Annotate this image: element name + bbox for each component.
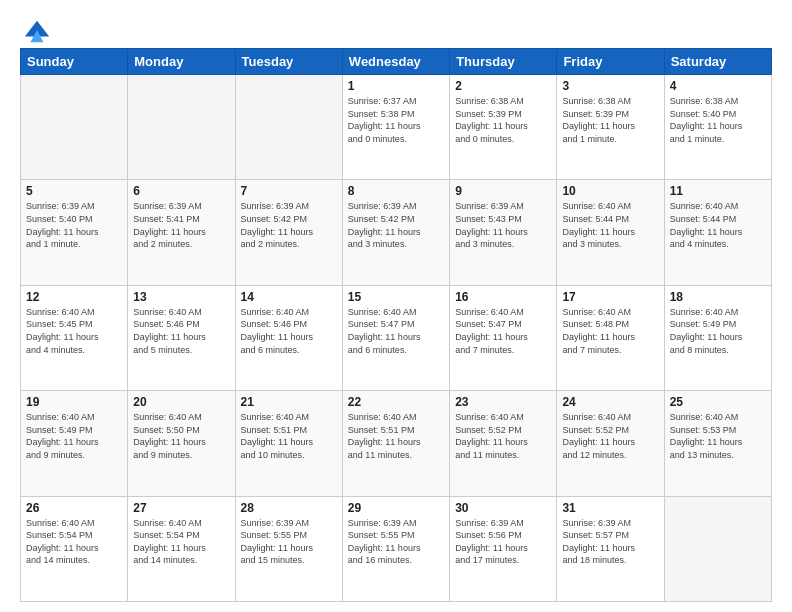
table-row: 9Sunrise: 6:39 AM Sunset: 5:43 PM Daylig… [450, 180, 557, 285]
day-info: Sunrise: 6:40 AM Sunset: 5:44 PM Dayligh… [670, 200, 766, 250]
table-row: 27Sunrise: 6:40 AM Sunset: 5:54 PM Dayli… [128, 496, 235, 601]
table-row: 16Sunrise: 6:40 AM Sunset: 5:47 PM Dayli… [450, 285, 557, 390]
table-row [664, 496, 771, 601]
day-info: Sunrise: 6:40 AM Sunset: 5:47 PM Dayligh… [455, 306, 551, 356]
day-number: 29 [348, 501, 444, 515]
day-number: 7 [241, 184, 337, 198]
day-info: Sunrise: 6:40 AM Sunset: 5:45 PM Dayligh… [26, 306, 122, 356]
day-info: Sunrise: 6:39 AM Sunset: 5:57 PM Dayligh… [562, 517, 658, 567]
table-row: 7Sunrise: 6:39 AM Sunset: 5:42 PM Daylig… [235, 180, 342, 285]
day-number: 18 [670, 290, 766, 304]
day-number: 20 [133, 395, 229, 409]
table-row: 21Sunrise: 6:40 AM Sunset: 5:51 PM Dayli… [235, 391, 342, 496]
day-info: Sunrise: 6:39 AM Sunset: 5:42 PM Dayligh… [241, 200, 337, 250]
day-number: 28 [241, 501, 337, 515]
table-row: 11Sunrise: 6:40 AM Sunset: 5:44 PM Dayli… [664, 180, 771, 285]
day-info: Sunrise: 6:40 AM Sunset: 5:47 PM Dayligh… [348, 306, 444, 356]
day-info: Sunrise: 6:40 AM Sunset: 5:51 PM Dayligh… [348, 411, 444, 461]
calendar-week-row: 19Sunrise: 6:40 AM Sunset: 5:49 PM Dayli… [21, 391, 772, 496]
table-row: 15Sunrise: 6:40 AM Sunset: 5:47 PM Dayli… [342, 285, 449, 390]
day-info: Sunrise: 6:40 AM Sunset: 5:50 PM Dayligh… [133, 411, 229, 461]
day-info: Sunrise: 6:37 AM Sunset: 5:38 PM Dayligh… [348, 95, 444, 145]
table-row: 12Sunrise: 6:40 AM Sunset: 5:45 PM Dayli… [21, 285, 128, 390]
day-info: Sunrise: 6:38 AM Sunset: 5:39 PM Dayligh… [455, 95, 551, 145]
day-info: Sunrise: 6:39 AM Sunset: 5:55 PM Dayligh… [348, 517, 444, 567]
table-row: 8Sunrise: 6:39 AM Sunset: 5:42 PM Daylig… [342, 180, 449, 285]
day-info: Sunrise: 6:39 AM Sunset: 5:43 PM Dayligh… [455, 200, 551, 250]
table-row [21, 75, 128, 180]
day-info: Sunrise: 6:40 AM Sunset: 5:46 PM Dayligh… [133, 306, 229, 356]
table-row: 29Sunrise: 6:39 AM Sunset: 5:55 PM Dayli… [342, 496, 449, 601]
day-number: 16 [455, 290, 551, 304]
header [20, 16, 772, 40]
day-number: 24 [562, 395, 658, 409]
day-number: 12 [26, 290, 122, 304]
logo-icon [23, 16, 51, 44]
day-number: 10 [562, 184, 658, 198]
day-number: 13 [133, 290, 229, 304]
day-info: Sunrise: 6:38 AM Sunset: 5:39 PM Dayligh… [562, 95, 658, 145]
day-info: Sunrise: 6:39 AM Sunset: 5:55 PM Dayligh… [241, 517, 337, 567]
day-info: Sunrise: 6:38 AM Sunset: 5:40 PM Dayligh… [670, 95, 766, 145]
table-row: 22Sunrise: 6:40 AM Sunset: 5:51 PM Dayli… [342, 391, 449, 496]
day-number: 9 [455, 184, 551, 198]
table-row: 19Sunrise: 6:40 AM Sunset: 5:49 PM Dayli… [21, 391, 128, 496]
table-row: 23Sunrise: 6:40 AM Sunset: 5:52 PM Dayli… [450, 391, 557, 496]
day-number: 27 [133, 501, 229, 515]
day-info: Sunrise: 6:40 AM Sunset: 5:54 PM Dayligh… [133, 517, 229, 567]
calendar-week-row: 1Sunrise: 6:37 AM Sunset: 5:38 PM Daylig… [21, 75, 772, 180]
day-number: 19 [26, 395, 122, 409]
col-tuesday: Tuesday [235, 49, 342, 75]
table-row: 10Sunrise: 6:40 AM Sunset: 5:44 PM Dayli… [557, 180, 664, 285]
day-info: Sunrise: 6:39 AM Sunset: 5:41 PM Dayligh… [133, 200, 229, 250]
day-info: Sunrise: 6:40 AM Sunset: 5:54 PM Dayligh… [26, 517, 122, 567]
col-saturday: Saturday [664, 49, 771, 75]
calendar-week-row: 12Sunrise: 6:40 AM Sunset: 5:45 PM Dayli… [21, 285, 772, 390]
table-row: 25Sunrise: 6:40 AM Sunset: 5:53 PM Dayli… [664, 391, 771, 496]
table-row: 3Sunrise: 6:38 AM Sunset: 5:39 PM Daylig… [557, 75, 664, 180]
table-row [128, 75, 235, 180]
table-row: 24Sunrise: 6:40 AM Sunset: 5:52 PM Dayli… [557, 391, 664, 496]
col-wednesday: Wednesday [342, 49, 449, 75]
table-row: 18Sunrise: 6:40 AM Sunset: 5:49 PM Dayli… [664, 285, 771, 390]
day-info: Sunrise: 6:39 AM Sunset: 5:42 PM Dayligh… [348, 200, 444, 250]
day-number: 26 [26, 501, 122, 515]
day-info: Sunrise: 6:40 AM Sunset: 5:51 PM Dayligh… [241, 411, 337, 461]
day-info: Sunrise: 6:40 AM Sunset: 5:49 PM Dayligh… [670, 306, 766, 356]
day-number: 15 [348, 290, 444, 304]
day-info: Sunrise: 6:40 AM Sunset: 5:44 PM Dayligh… [562, 200, 658, 250]
day-number: 22 [348, 395, 444, 409]
calendar-table: Sunday Monday Tuesday Wednesday Thursday… [20, 48, 772, 602]
day-number: 30 [455, 501, 551, 515]
day-number: 31 [562, 501, 658, 515]
table-row: 26Sunrise: 6:40 AM Sunset: 5:54 PM Dayli… [21, 496, 128, 601]
table-row: 5Sunrise: 6:39 AM Sunset: 5:40 PM Daylig… [21, 180, 128, 285]
day-number: 5 [26, 184, 122, 198]
day-number: 23 [455, 395, 551, 409]
calendar-header-row: Sunday Monday Tuesday Wednesday Thursday… [21, 49, 772, 75]
day-number: 2 [455, 79, 551, 93]
day-info: Sunrise: 6:39 AM Sunset: 5:56 PM Dayligh… [455, 517, 551, 567]
table-row: 30Sunrise: 6:39 AM Sunset: 5:56 PM Dayli… [450, 496, 557, 601]
day-number: 14 [241, 290, 337, 304]
day-number: 25 [670, 395, 766, 409]
page: Sunday Monday Tuesday Wednesday Thursday… [0, 0, 792, 612]
table-row: 28Sunrise: 6:39 AM Sunset: 5:55 PM Dayli… [235, 496, 342, 601]
table-row: 2Sunrise: 6:38 AM Sunset: 5:39 PM Daylig… [450, 75, 557, 180]
day-number: 4 [670, 79, 766, 93]
table-row: 20Sunrise: 6:40 AM Sunset: 5:50 PM Dayli… [128, 391, 235, 496]
day-number: 6 [133, 184, 229, 198]
day-number: 1 [348, 79, 444, 93]
day-info: Sunrise: 6:40 AM Sunset: 5:53 PM Dayligh… [670, 411, 766, 461]
day-info: Sunrise: 6:40 AM Sunset: 5:49 PM Dayligh… [26, 411, 122, 461]
day-number: 11 [670, 184, 766, 198]
day-number: 3 [562, 79, 658, 93]
col-friday: Friday [557, 49, 664, 75]
col-thursday: Thursday [450, 49, 557, 75]
day-number: 21 [241, 395, 337, 409]
day-info: Sunrise: 6:40 AM Sunset: 5:46 PM Dayligh… [241, 306, 337, 356]
day-info: Sunrise: 6:40 AM Sunset: 5:48 PM Dayligh… [562, 306, 658, 356]
col-monday: Monday [128, 49, 235, 75]
table-row: 13Sunrise: 6:40 AM Sunset: 5:46 PM Dayli… [128, 285, 235, 390]
table-row: 14Sunrise: 6:40 AM Sunset: 5:46 PM Dayli… [235, 285, 342, 390]
